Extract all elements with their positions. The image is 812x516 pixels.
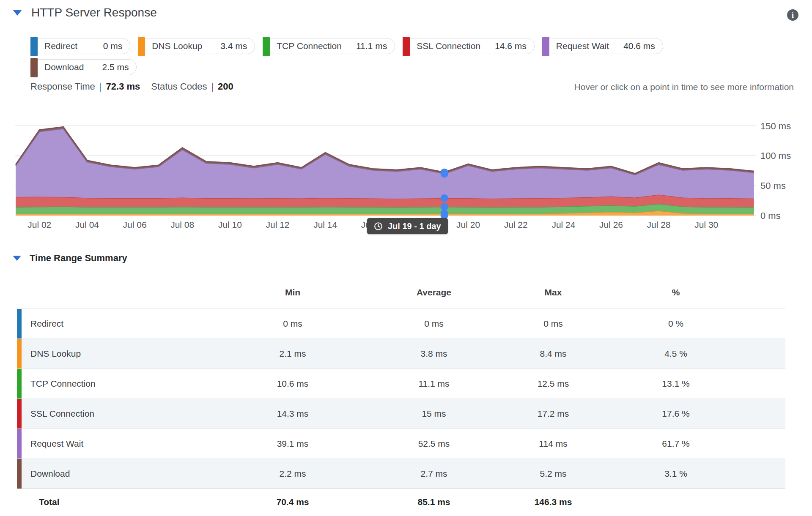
y-axis-label: 100 ms <box>760 150 791 161</box>
row-label: TCP Connection <box>30 379 96 389</box>
legend-color-swatch <box>542 37 549 56</box>
legend-item-request-wait[interactable]: Request Wait40.6 ms <box>542 38 663 54</box>
legend: Redirect0 msDNS Lookup3.4 msTCP Connecti… <box>30 38 690 75</box>
x-axis-label: Jul 06 <box>123 220 147 229</box>
column-header-pct: % <box>672 287 680 298</box>
cell-avg: 2.7 ms <box>420 469 447 479</box>
cell-max: 17.2 ms <box>538 409 569 419</box>
x-axis-label: Jul 26 <box>599 220 623 229</box>
legend-value: 11.1 ms <box>356 41 387 51</box>
legend-value: 14.6 ms <box>495 41 527 51</box>
info-button[interactable]: i <box>787 9 798 21</box>
cell-pct: 17.6 % <box>662 409 689 419</box>
cell-min: 2.1 ms <box>279 349 306 359</box>
cell-pct: 4.5 % <box>664 349 687 359</box>
cell-max: 5.2 ms <box>540 469 566 479</box>
cell-pct: 3.1 % <box>664 469 687 479</box>
row-label: Redirect <box>30 319 63 329</box>
row-color-bar <box>17 369 22 399</box>
cell-avg: 11.1 ms <box>418 379 449 389</box>
cell-min: 14.3 ms <box>277 409 309 419</box>
row-color-bar <box>17 459 22 489</box>
row-color-bar <box>17 309 22 339</box>
area-download <box>16 127 754 175</box>
clock-icon <box>374 222 383 231</box>
y-axis-label: 150 ms <box>760 121 791 131</box>
cell-max: 8.4 ms <box>540 349 566 359</box>
total-max: 146.3 ms <box>535 497 572 507</box>
table-row-total: Total 70.4 ms 85.1 ms 146.3 ms <box>17 489 785 515</box>
table-row-request-wait: Request Wait39.1 ms52.5 ms114 ms61.7 % <box>17 429 785 459</box>
hover-dot <box>441 169 448 176</box>
legend-item-download[interactable]: Download2.5 ms <box>30 59 137 75</box>
x-axis-label: Jul 28 <box>647 220 671 229</box>
total-label: Total <box>39 497 60 507</box>
cell-avg: 3.8 ms <box>420 349 447 359</box>
table-rows: Redirect0 ms0 ms0 ms0 %DNS Lookup2.1 ms3… <box>17 309 785 489</box>
legend-color-swatch <box>30 37 38 56</box>
legend-item-ssl-connection[interactable]: SSL Connection14.6 ms <box>403 38 535 54</box>
cell-avg: 52.5 ms <box>418 439 450 449</box>
table-header-row: Min Average Max % <box>17 279 785 309</box>
response-chart-svg[interactable]: 150 ms100 ms50 ms0 msJul 02Jul 04Jul 06J… <box>0 95 812 235</box>
x-axis-label: Jul 22 <box>504 220 528 229</box>
table-row-dns-lookup: DNS Lookup2.1 ms3.8 ms8.4 ms4.5 % <box>17 339 785 369</box>
table-row-tcp-connection: TCP Connection10.6 ms11.1 ms12.5 ms13.1 … <box>17 369 785 399</box>
legend-label: Redirect <box>44 41 77 51</box>
column-header-average: Average <box>417 287 451 298</box>
legend-value: 3.4 ms <box>217 41 247 51</box>
x-axis-label: Jul 30 <box>694 220 718 229</box>
info-icon: i <box>792 11 794 20</box>
section-title: Time Range Summary <box>30 253 127 264</box>
area-request-wait <box>16 129 754 199</box>
x-axis-label: Jul 02 <box>27 220 51 229</box>
response-time-chart[interactable]: 150 ms100 ms50 ms0 msJul 02Jul 04Jul 06J… <box>0 95 812 235</box>
hover-dot <box>441 210 448 217</box>
legend-label: TCP Connection <box>277 41 342 51</box>
row-color-bar <box>17 339 22 369</box>
legend-label: SSL Connection <box>417 41 480 51</box>
chart-tooltip: Jul 19 - 1 day <box>367 218 448 234</box>
cell-pct: 13.1 % <box>662 379 689 389</box>
separator: | <box>207 81 218 92</box>
line-download <box>16 127 754 174</box>
x-axis-label: Jul 14 <box>313 220 337 229</box>
collapse-triangle-icon[interactable] <box>13 256 21 261</box>
time-range-summary-table: Min Average Max % Redirect0 ms0 ms0 ms0 … <box>17 279 785 515</box>
response-time-label: Response Time <box>30 81 95 92</box>
cell-min: 39.1 ms <box>277 439 309 449</box>
cell-pct: 61.7 % <box>662 439 689 449</box>
legend-color-swatch <box>263 37 270 56</box>
cell-max: 114 ms <box>539 439 567 449</box>
http-server-response-widget: HTTP Server Response i Redirect0 msDNS L… <box>0 0 812 516</box>
y-axis-label: 50 ms <box>760 180 786 191</box>
legend-label: Request Wait <box>556 41 609 51</box>
cell-max: 0 ms <box>543 319 563 329</box>
status-codes-label: Status Codes <box>151 81 207 92</box>
column-header-min: Min <box>285 287 300 298</box>
separator: | <box>95 81 106 92</box>
legend-color-swatch <box>30 58 38 77</box>
legend-value: 0 ms <box>92 41 122 51</box>
legend-item-redirect[interactable]: Redirect0 ms <box>30 38 130 54</box>
collapse-triangle-icon[interactable] <box>13 10 22 16</box>
legend-label: DNS Lookup <box>152 41 202 51</box>
legend-color-swatch <box>138 37 145 56</box>
table-row-ssl-connection: SSL Connection14.3 ms15 ms17.2 ms17.6 % <box>17 399 785 429</box>
tooltip-text: Jul 19 - 1 day <box>388 221 441 231</box>
cell-min: 0 ms <box>283 319 302 329</box>
legend-color-swatch <box>403 37 410 56</box>
cell-max: 12.5 ms <box>538 379 569 389</box>
x-axis-label: Jul 04 <box>75 220 99 229</box>
hover-dot <box>441 194 448 202</box>
table-row-redirect: Redirect0 ms0 ms0 ms0 % <box>17 309 785 339</box>
widget-header: HTTP Server Response <box>13 6 157 19</box>
x-axis-label: Jul 10 <box>218 220 242 229</box>
hover-hint-text: Hover or click on a point in time to see… <box>574 82 794 92</box>
response-time-value: 72.3 ms <box>106 81 140 92</box>
legend-item-dns-lookup[interactable]: DNS Lookup3.4 ms <box>138 38 255 54</box>
legend-item-tcp-connection[interactable]: TCP Connection11.1 ms <box>263 38 395 54</box>
cell-avg: 0 ms <box>424 319 444 329</box>
total-avg: 85.1 ms <box>417 497 450 507</box>
row-label: DNS Lookup <box>30 349 81 359</box>
